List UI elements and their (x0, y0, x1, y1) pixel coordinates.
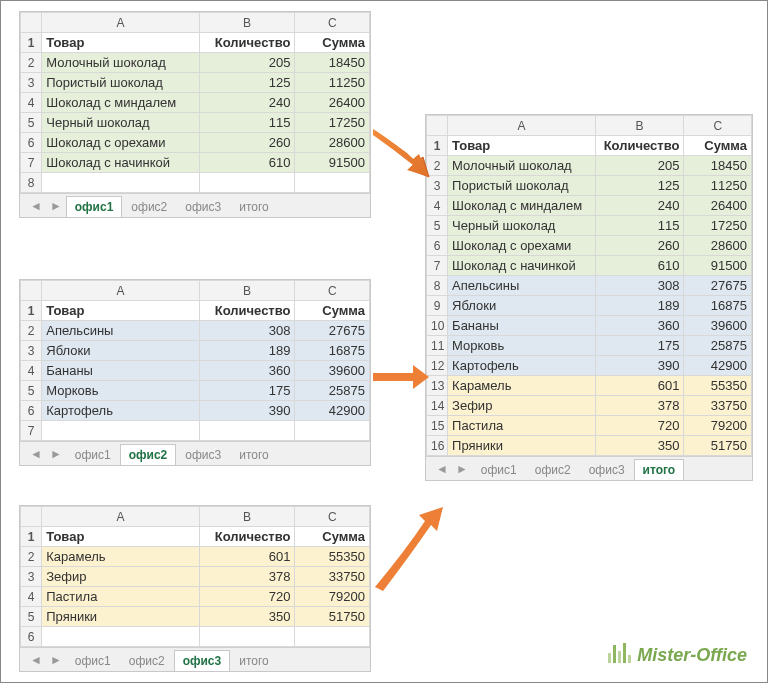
cell[interactable]: 115 (199, 113, 295, 133)
cell[interactable]: 25875 (684, 336, 752, 356)
select-all[interactable] (427, 116, 448, 136)
cell[interactable]: Апельсины (42, 321, 199, 341)
row-header[interactable]: 1 (21, 33, 42, 53)
cell[interactable]: Сумма (295, 527, 370, 547)
row-header[interactable]: 13 (427, 376, 448, 396)
select-all[interactable] (21, 507, 42, 527)
tab-офис2[interactable]: офис2 (122, 196, 176, 217)
row-header[interactable]: 10 (427, 316, 448, 336)
row-header[interactable]: 15 (427, 416, 448, 436)
cell[interactable]: 16875 (295, 341, 370, 361)
tab-офис2[interactable]: офис2 (120, 650, 174, 671)
row-header[interactable]: 2 (21, 53, 42, 73)
cell[interactable]: Карамель (448, 376, 596, 396)
cell[interactable]: Количество (199, 301, 295, 321)
cell[interactable]: 240 (595, 196, 684, 216)
cell[interactable]: 720 (595, 416, 684, 436)
col-header-A[interactable]: A (448, 116, 596, 136)
cell[interactable]: Бананы (42, 361, 199, 381)
tab-итого[interactable]: итого (230, 444, 278, 465)
cell[interactable]: 189 (199, 341, 295, 361)
row-header[interactable]: 7 (427, 256, 448, 276)
tab-офис2[interactable]: офис2 (120, 444, 177, 465)
cell[interactable]: 28600 (295, 133, 370, 153)
tab-офис2[interactable]: офис2 (526, 459, 580, 480)
cell[interactable] (199, 173, 295, 193)
row-header[interactable]: 9 (427, 296, 448, 316)
cell[interactable]: 378 (199, 567, 295, 587)
cell[interactable]: Зефир (448, 396, 596, 416)
row-header[interactable]: 1 (427, 136, 448, 156)
cell[interactable]: Пастила (42, 587, 199, 607)
cell[interactable]: Черный шоколад (42, 113, 199, 133)
row-header[interactable]: 6 (21, 133, 42, 153)
row-header[interactable]: 2 (427, 156, 448, 176)
cell[interactable]: 115 (595, 216, 684, 236)
cell[interactable]: 42900 (684, 356, 752, 376)
cell[interactable]: Шоколад с орехами (448, 236, 596, 256)
tab-офис1[interactable]: офис1 (66, 650, 120, 671)
cell[interactable] (42, 173, 199, 193)
cell[interactable]: 260 (595, 236, 684, 256)
cell[interactable]: Пористый шоколад (448, 176, 596, 196)
tab-nav-prev-icon[interactable]: ◄ (26, 447, 46, 461)
cell[interactable]: Зефир (42, 567, 199, 587)
cell[interactable]: Товар (448, 136, 596, 156)
cell[interactable]: 205 (595, 156, 684, 176)
tab-nav-next-icon[interactable]: ► (46, 653, 66, 667)
row-header[interactable]: 11 (427, 336, 448, 356)
cell[interactable]: Шоколад с орехами (42, 133, 199, 153)
cell[interactable]: 28600 (684, 236, 752, 256)
cell[interactable]: Картофель (42, 401, 199, 421)
cell[interactable]: 125 (199, 73, 295, 93)
cell[interactable]: 360 (595, 316, 684, 336)
cell[interactable]: Шоколад с миндалем (42, 93, 199, 113)
cell[interactable]: 79200 (684, 416, 752, 436)
col-header-A[interactable]: A (42, 13, 199, 33)
cell[interactable]: 33750 (295, 567, 370, 587)
cell[interactable]: Пастила (448, 416, 596, 436)
tab-nav-prev-icon[interactable]: ◄ (26, 653, 46, 667)
tab-итого[interactable]: итого (634, 459, 685, 480)
row-header[interactable]: 12 (427, 356, 448, 376)
row-header[interactable]: 1 (21, 301, 42, 321)
tab-офис3[interactable]: офис3 (176, 196, 230, 217)
tab-офис1[interactable]: офис1 (472, 459, 526, 480)
cell[interactable]: 360 (199, 361, 295, 381)
cell[interactable]: 42900 (295, 401, 370, 421)
cell[interactable]: 27675 (295, 321, 370, 341)
tab-итого[interactable]: итого (230, 196, 278, 217)
row-header[interactable]: 8 (427, 276, 448, 296)
cell[interactable]: Количество (199, 33, 295, 53)
cell[interactable]: 125 (595, 176, 684, 196)
col-header-A[interactable]: A (42, 507, 199, 527)
select-all[interactable] (21, 281, 42, 301)
col-header-B[interactable]: B (199, 281, 295, 301)
cell[interactable] (42, 421, 199, 441)
cell[interactable]: 175 (199, 381, 295, 401)
cell[interactable]: 25875 (295, 381, 370, 401)
cell[interactable]: Яблоки (448, 296, 596, 316)
row-header[interactable]: 5 (427, 216, 448, 236)
tab-nav-next-icon[interactable]: ► (46, 447, 66, 461)
cell[interactable]: Пряники (448, 436, 596, 456)
cell[interactable]: 18450 (295, 53, 370, 73)
col-header-C[interactable]: C (295, 281, 370, 301)
cell[interactable]: Товар (42, 33, 199, 53)
cell[interactable]: Пористый шоколад (42, 73, 199, 93)
cell[interactable]: 205 (199, 53, 295, 73)
col-header-B[interactable]: B (199, 507, 295, 527)
tab-офис3[interactable]: офис3 (174, 650, 231, 671)
cell[interactable]: 91500 (684, 256, 752, 276)
cell[interactable]: 26400 (295, 93, 370, 113)
col-header-B[interactable]: B (199, 13, 295, 33)
cell[interactable] (295, 421, 370, 441)
cell[interactable]: 601 (199, 547, 295, 567)
col-header-C[interactable]: C (295, 507, 370, 527)
cell[interactable]: 378 (595, 396, 684, 416)
tab-офис3[interactable]: офис3 (580, 459, 634, 480)
cell[interactable]: 11250 (295, 73, 370, 93)
row-header[interactable]: 6 (21, 627, 42, 647)
col-header-C[interactable]: C (684, 116, 752, 136)
tab-nav-next-icon[interactable]: ► (46, 199, 66, 213)
